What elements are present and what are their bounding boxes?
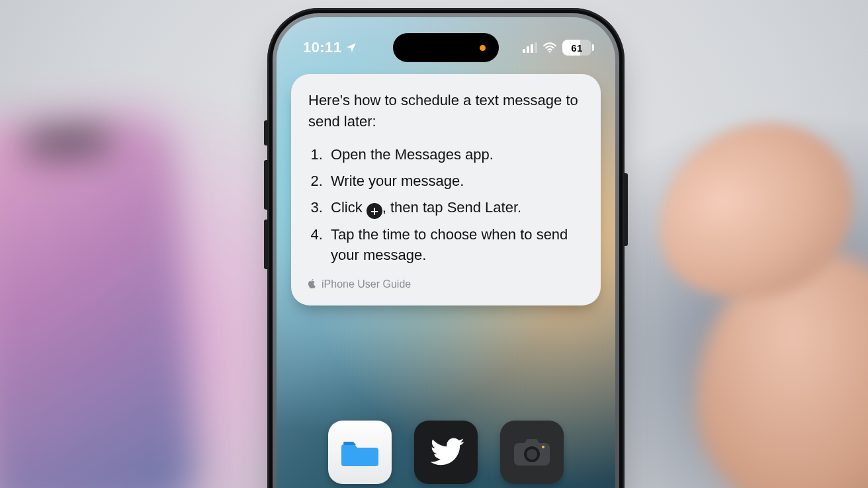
photo-scene: 10:11 <box>0 0 868 488</box>
instruction-step-2: Write your message. <box>327 168 584 194</box>
wifi-icon <box>542 42 557 53</box>
background-secondary-phone <box>0 112 199 488</box>
step3-suffix: , then tap Send Later. <box>382 199 521 216</box>
svg-rect-2 <box>531 44 533 53</box>
volume-up-button <box>264 160 268 210</box>
svg-point-8 <box>542 446 544 448</box>
card-lead-text: Here's how to schedule a text message to… <box>308 90 584 132</box>
svg-point-7 <box>527 449 537 460</box>
svg-rect-0 <box>523 49 525 53</box>
app-icon-twitter[interactable] <box>414 421 478 484</box>
apple-logo-icon <box>308 279 318 290</box>
iphone-screen[interactable]: 10:11 <box>277 17 615 488</box>
app-icon-camera[interactable] <box>500 421 564 484</box>
background-hand <box>617 99 868 488</box>
app-icon-files[interactable] <box>328 421 392 484</box>
battery-percent-label: 61 <box>571 42 583 54</box>
location-services-icon <box>345 42 357 54</box>
plus-icon: ＋ <box>367 203 382 219</box>
svg-rect-1 <box>527 46 529 53</box>
instruction-list: Open the Messages app. Write your messag… <box>308 142 584 269</box>
instruction-step-3: Click ＋, then tap Send Later. <box>327 194 584 222</box>
instruction-step-1: Open the Messages app. <box>327 142 584 168</box>
home-screen-app-row <box>277 421 615 484</box>
step3-prefix: Click <box>331 199 367 216</box>
mute-switch <box>264 120 268 145</box>
siri-suggestion-card[interactable]: Here's how to schedule a text message to… <box>291 74 601 305</box>
iphone-device-frame: 10:11 <box>267 8 625 488</box>
card-source-label: iPhone User Guide <box>322 276 411 292</box>
status-time: 10:11 <box>303 39 341 56</box>
instruction-step-4: Tap the time to choose when to send your… <box>327 222 584 269</box>
volume-down-button <box>264 220 268 269</box>
cellular-signal-icon <box>523 42 537 53</box>
svg-rect-3 <box>535 42 537 53</box>
privacy-indicator-dot <box>480 45 486 51</box>
svg-point-4 <box>549 51 551 53</box>
side-button <box>624 173 628 246</box>
battery-indicator: 61 <box>562 40 591 56</box>
card-source-row: iPhone User Guide <box>308 276 584 292</box>
dynamic-island[interactable] <box>393 33 499 62</box>
